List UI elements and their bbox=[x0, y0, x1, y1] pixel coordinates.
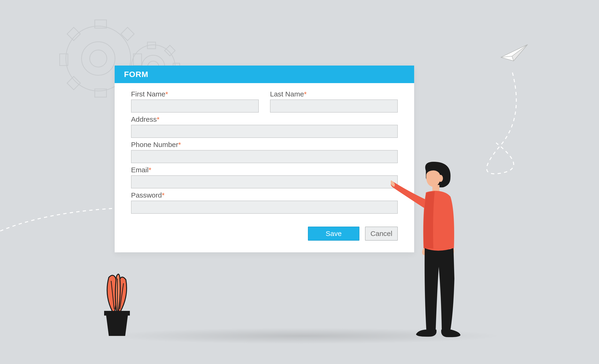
svg-rect-5 bbox=[121, 27, 134, 41]
phone-label: Phone Number* bbox=[131, 141, 398, 149]
last-name-label-text: Last Name bbox=[270, 90, 304, 98]
email-label-text: Email bbox=[131, 166, 149, 174]
form-body: First Name* Last Name* Address* bbox=[115, 83, 414, 252]
last-name-input[interactable] bbox=[270, 99, 398, 113]
email-label: Email* bbox=[131, 166, 398, 174]
phone-input[interactable] bbox=[131, 150, 398, 163]
first-name-label: First Name* bbox=[131, 90, 259, 98]
form-actions: Save Cancel bbox=[131, 227, 398, 243]
required-marker: * bbox=[304, 90, 307, 98]
svg-rect-4 bbox=[67, 27, 80, 41]
password-input[interactable] bbox=[131, 201, 398, 214]
svg-rect-18 bbox=[104, 311, 130, 316]
required-marker: * bbox=[162, 191, 165, 199]
svg-rect-0 bbox=[95, 20, 106, 28]
svg-rect-2 bbox=[60, 54, 68, 66]
password-label-text: Password bbox=[131, 191, 162, 199]
last-name-label: Last Name* bbox=[270, 90, 398, 98]
svg-point-19 bbox=[438, 175, 443, 182]
dashed-path-icon bbox=[468, 70, 538, 187]
address-label-text: Address bbox=[131, 115, 157, 123]
password-label: Password* bbox=[131, 191, 398, 199]
svg-marker-17 bbox=[106, 312, 128, 336]
svg-rect-6 bbox=[67, 77, 80, 90]
email-input[interactable] bbox=[131, 175, 398, 188]
first-name-label-text: First Name bbox=[131, 90, 165, 98]
svg-rect-10 bbox=[165, 45, 175, 56]
required-marker: * bbox=[178, 141, 181, 148]
form-card: FORM First Name* Last Name* Address* bbox=[115, 66, 414, 252]
person-illustration bbox=[391, 161, 470, 339]
first-name-input[interactable] bbox=[131, 99, 259, 113]
paper-plane-icon bbox=[501, 44, 529, 63]
dashed-path-left-icon bbox=[0, 204, 117, 250]
phone-label-text: Phone Number bbox=[131, 141, 178, 148]
svg-rect-8 bbox=[147, 42, 156, 49]
plant-illustration bbox=[98, 269, 136, 339]
required-marker: * bbox=[149, 166, 151, 174]
svg-rect-3 bbox=[133, 54, 141, 66]
form-title: FORM bbox=[115, 66, 414, 83]
address-input[interactable] bbox=[131, 125, 398, 138]
required-marker: * bbox=[157, 115, 159, 123]
address-label: Address* bbox=[131, 115, 398, 123]
save-button[interactable]: Save bbox=[308, 227, 359, 241]
svg-rect-1 bbox=[95, 89, 106, 97]
required-marker: * bbox=[165, 90, 168, 98]
